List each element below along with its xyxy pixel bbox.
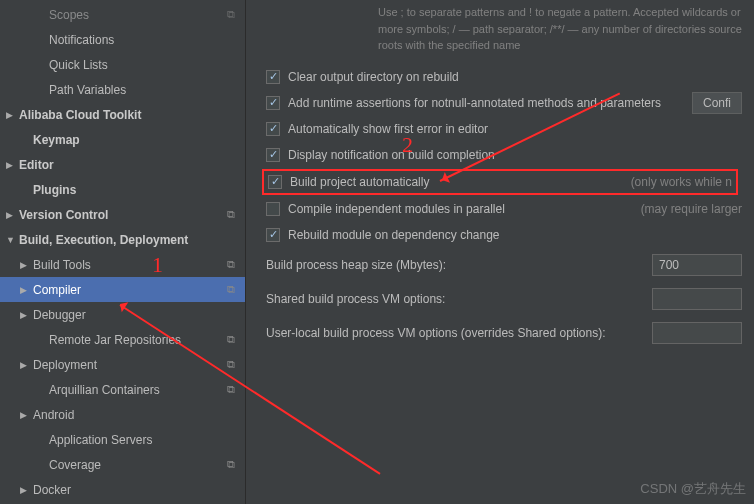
option-row: Build project automatically(only works w… xyxy=(262,169,738,195)
sidebar-item-label: Version Control xyxy=(19,208,245,222)
sidebar-item-quick-lists[interactable]: ▶Quick Lists xyxy=(0,52,245,77)
sidebar-item-label: Application Servers xyxy=(49,433,245,447)
project-scope-icon: ⧉ xyxy=(227,458,235,471)
sidebar-item-android[interactable]: ▶Android xyxy=(0,402,245,427)
sidebar-item-label: Coverage xyxy=(49,458,245,472)
checkbox[interactable] xyxy=(266,148,280,162)
sidebar-item-label: Scopes xyxy=(49,8,245,22)
project-scope-icon: ⧉ xyxy=(227,283,235,296)
option-row: Automatically show first error in editor xyxy=(258,116,742,142)
option-label: Clear output directory on rebuild xyxy=(288,70,459,84)
option-hint: (may require larger xyxy=(621,202,742,216)
user-vm-options-label: User-local build process VM options (ove… xyxy=(266,326,652,340)
expand-arrow-icon: ▶ xyxy=(20,360,30,370)
sidebar-item-label: Editor xyxy=(19,158,245,172)
compiler-settings-panel: Use ; to separate patterns and ! to nega… xyxy=(246,0,754,504)
sidebar-item-plugins[interactable]: ▶Plugins xyxy=(0,177,245,202)
sidebar-item-build-execution-deployment[interactable]: ▼Build, Execution, Deployment xyxy=(0,227,245,252)
sidebar-item-label: Build, Execution, Deployment xyxy=(19,233,245,247)
project-scope-icon: ⧉ xyxy=(227,383,235,396)
sidebar-item-label: Build Tools xyxy=(33,258,245,272)
sidebar-item-scopes[interactable]: ▶Scopes⧉ xyxy=(0,2,245,27)
expand-arrow-icon: ▶ xyxy=(20,285,30,295)
expand-arrow-icon: ▶ xyxy=(20,485,30,495)
option-row: Clear output directory on rebuild xyxy=(258,64,742,90)
sidebar-item-remote-jar-repositories[interactable]: ▶Remote Jar Repositories⧉ xyxy=(0,327,245,352)
sidebar-item-keymap[interactable]: ▶Keymap xyxy=(0,127,245,152)
sidebar-item-label: Notifications xyxy=(49,33,245,47)
option-row: Display notification on build completion xyxy=(258,142,742,168)
sidebar-item-label: Alibaba Cloud Toolkit xyxy=(19,108,245,122)
sidebar-item-application-servers[interactable]: ▶Application Servers xyxy=(0,427,245,452)
expand-arrow-icon: ▶ xyxy=(20,410,30,420)
sidebar-item-label: Compiler xyxy=(33,283,245,297)
sidebar-item-label: Remote Jar Repositories xyxy=(49,333,245,347)
sidebar-item-label: Plugins xyxy=(33,183,245,197)
option-label: Build project automatically xyxy=(290,175,429,189)
configure-button[interactable]: Confi xyxy=(692,92,742,114)
option-label: Add runtime assertions for notnull-annot… xyxy=(288,96,661,110)
heap-size-input[interactable] xyxy=(652,254,742,276)
project-scope-icon: ⧉ xyxy=(227,258,235,271)
shared-vm-options-label: Shared build process VM options: xyxy=(266,292,652,306)
sidebar-item-arquillian-containers[interactable]: ▶Arquillian Containers⧉ xyxy=(0,377,245,402)
sidebar-item-docker[interactable]: ▶Docker xyxy=(0,477,245,502)
expand-arrow-icon: ▶ xyxy=(6,110,16,120)
sidebar-item-notifications[interactable]: ▶Notifications xyxy=(0,27,245,52)
option-row: Compile independent modules in parallel(… xyxy=(258,196,742,222)
checkbox[interactable] xyxy=(266,96,280,110)
checkbox[interactable] xyxy=(268,175,282,189)
option-label: Automatically show first error in editor xyxy=(288,122,488,136)
checkbox[interactable] xyxy=(266,122,280,136)
project-scope-icon: ⧉ xyxy=(227,208,235,221)
option-row: Rebuild module on dependency change xyxy=(258,222,742,248)
sidebar-item-label: Debugger xyxy=(33,308,245,322)
sidebar-item-version-control[interactable]: ▶Version Control⧉ xyxy=(0,202,245,227)
sidebar-item-coverage[interactable]: ▶Coverage⧉ xyxy=(0,452,245,477)
expand-arrow-icon: ▶ xyxy=(6,210,16,220)
project-scope-icon: ⧉ xyxy=(227,358,235,371)
sidebar-item-deployment[interactable]: ▶Deployment⧉ xyxy=(0,352,245,377)
pattern-help-text: Use ; to separate patterns and ! to nega… xyxy=(258,0,742,64)
shared-vm-options-input[interactable] xyxy=(652,288,742,310)
settings-sidebar: ▶Scopes⧉▶Notifications▶Quick Lists▶Path … xyxy=(0,0,246,504)
sidebar-item-alibaba-cloud-toolkit[interactable]: ▶Alibaba Cloud Toolkit xyxy=(0,102,245,127)
sidebar-item-label: Arquillian Containers xyxy=(49,383,245,397)
sidebar-item-path-variables[interactable]: ▶Path Variables xyxy=(0,77,245,102)
project-scope-icon: ⧉ xyxy=(227,8,235,21)
user-vm-options-input[interactable] xyxy=(652,322,742,344)
sidebar-item-build-tools[interactable]: ▶Build Tools⧉ xyxy=(0,252,245,277)
expand-arrow-icon: ▶ xyxy=(6,160,16,170)
expand-arrow-icon: ▼ xyxy=(6,235,16,245)
checkbox[interactable] xyxy=(266,70,280,84)
expand-arrow-icon: ▶ xyxy=(20,310,30,320)
sidebar-item-label: Deployment xyxy=(33,358,245,372)
expand-arrow-icon: ▶ xyxy=(20,260,30,270)
checkbox[interactable] xyxy=(266,228,280,242)
option-label: Rebuild module on dependency change xyxy=(288,228,500,242)
sidebar-item-editor[interactable]: ▶Editor xyxy=(0,152,245,177)
checkbox[interactable] xyxy=(266,202,280,216)
option-hint: (only works while n xyxy=(611,175,732,189)
sidebar-item-label: Android xyxy=(33,408,245,422)
option-row: Add runtime assertions for notnull-annot… xyxy=(258,90,742,116)
sidebar-item-label: Path Variables xyxy=(49,83,245,97)
option-label: Display notification on build completion xyxy=(288,148,495,162)
sidebar-item-label: Keymap xyxy=(33,133,245,147)
sidebar-item-compiler[interactable]: ▶Compiler⧉ xyxy=(0,277,245,302)
sidebar-item-label: Quick Lists xyxy=(49,58,245,72)
sidebar-item-debugger[interactable]: ▶Debugger xyxy=(0,302,245,327)
heap-size-label: Build process heap size (Mbytes): xyxy=(266,258,652,272)
sidebar-item-label: Docker xyxy=(33,483,245,497)
option-label: Compile independent modules in parallel xyxy=(288,202,505,216)
project-scope-icon: ⧉ xyxy=(227,333,235,346)
